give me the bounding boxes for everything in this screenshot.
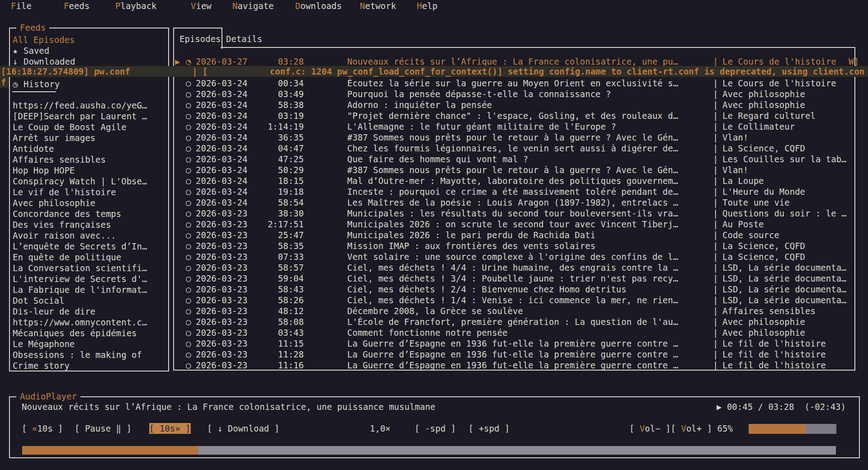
menu-navigate[interactable]: Navigate [232,0,274,11]
episode-row[interactable]: ○2026-03-2403:49Pourquoi la pensée dépas… [175,89,863,99]
episode-row[interactable]: ○2026-03-2303:43Comment fonctionne notre… [175,327,863,338]
feed-item[interactable]: Crime story [13,360,166,371]
menu-network[interactable]: Network [360,0,396,11]
feed-item[interactable]: https://www.omnycontent.c… [13,317,166,328]
feed-item[interactable]: Mécaniques des épidémies [13,328,166,338]
episode-row[interactable]: ○2026-03-2358:43Ciel, mes déchets ! 2/4 … [175,284,863,295]
episode-row[interactable]: ○2026-03-2358:57Ciel, mes déchets ! 4/4 … [175,262,863,273]
seek-bar[interactable] [22,446,836,455]
feed-item[interactable]: L’enquête de Secrets d’In… [13,241,166,252]
menu-downloads[interactable]: Downloads [295,0,342,11]
episode-row[interactable]: ○2026-03-2447:25Que faire des hommes qui… [175,154,863,164]
forward-10s-button[interactable]: [ 10s» ] [149,423,191,434]
feed-item[interactable]: Des vies françaises [13,219,166,230]
feed-item[interactable]: Affaires sensibles [13,154,166,165]
feeds-item-all-episodes[interactable]: All Episodes [13,34,166,45]
episode-row[interactable]: ○2026-03-2325:47Municipales 2026 : le pa… [175,230,863,240]
feed-item[interactable]: Concordance des temps [13,208,166,219]
feed-label: Antidote [13,144,54,154]
episode-row[interactable]: ○2026-03-2458:38Adorno : inquiéter la pe… [175,99,863,110]
episode-row[interactable]: ○2026-03-241:14:19L'Allemagne : le futur… [175,121,863,132]
column-separator: | [713,78,722,89]
episode-row[interactable]: ○2026-03-2348:12Décembre 2008, la Grèce … [175,306,863,316]
feed-item[interactable]: Conspiracy Watch | L'Obse… [13,176,166,187]
episode-date: 2026-03-23 [196,338,249,349]
podcast-name: LSD, La série documenta… [722,262,847,273]
episode-duration: 03:28 [249,56,304,67]
episode-row[interactable]: ○2026-03-2311:28La Guerre d’Espagne en 1… [175,349,863,360]
feed-item[interactable]: [DEEP]Search par Laurent … [13,111,166,122]
episode-row[interactable]: ○2026-03-2359:04Ciel, mes déchets ! 3/4 … [175,273,863,284]
tab-details[interactable]: Details [226,33,262,44]
feeds-item-history[interactable]: ◷History [13,79,166,89]
episode-row[interactable]: ○2026-03-2458:54Les Maîtres de la poésie… [175,197,863,208]
feed-item[interactable]: L'interview de Secrets d'… [13,273,166,284]
feed-item[interactable]: Avoir raison avec... [13,230,166,241]
episode-date: 2026-03-24 [196,143,249,154]
episode-row[interactable]: ○2026-03-2338:30Municipales : les résult… [175,208,863,219]
menu-feeds[interactable]: Feeds [64,0,90,11]
episode-row[interactable]: ○2026-03-2450:29#387 Sommes nous prêts p… [175,164,863,175]
episode-row[interactable]: ○2026-03-2307:33Vent solaire : une sourc… [175,251,863,262]
podcast-name: Code source [722,230,847,240]
podcast-name: La Science, CQFD [722,143,847,154]
column-separator: | [713,132,722,143]
feed-item[interactable]: Le Coup de Boost Agile [13,122,166,132]
menu-view[interactable]: View [191,0,212,11]
menu-help[interactable]: Help [417,0,438,11]
episode-title: L'École de Francfort, première génératio… [347,316,712,327]
feed-item[interactable]: Dot Social [13,295,166,306]
feeds-panel-title: Feeds [16,22,49,33]
episode-row[interactable]: ○2026-03-2419:18Inceste : pourquoi ce cr… [175,186,863,197]
played-state-icon: ○ [186,175,197,186]
episode-duration: 11:16 [249,360,304,371]
menu-playback[interactable]: Playback [115,0,157,11]
feed-item[interactable]: Dis-leur de dire [13,306,166,317]
history-clock-icon: ◷ [13,79,24,89]
player-play-icon: ▶ [717,402,722,412]
feed-item[interactable]: En quête de politique [13,252,166,263]
episode-row[interactable]: ○2026-03-2358:35Mission IMAP : aux front… [175,240,863,251]
feed-label: https://www.omnycontent.c… [13,317,147,327]
tab-episodes[interactable]: Episodes [179,33,221,44]
seek-bar-fill [22,446,198,455]
episode-row[interactable]: ○2026-03-2311:16La Guerre d’Espagne en 1… [175,360,863,371]
episode-row[interactable]: ○2026-03-2403:19"Projet dernière chance"… [175,110,863,121]
episode-date: 2026-03-24 [196,78,249,89]
feeds-item-downloaded[interactable]: ↓Downloaded [13,56,166,67]
menu-file[interactable]: File [11,0,32,11]
feed-label: Avec philosophie [13,198,95,208]
episode-row[interactable]: ○2026-03-2358:08L'École de Francfort, pr… [175,316,863,327]
pause-button[interactable]: [ Pause ‖ ] [75,423,132,434]
episode-row[interactable]: ○2026-03-2436:35#387 Sommes nous prêts p… [175,132,863,143]
episode-row[interactable]: ○2026-03-2311:15La Guerre d’Espagne en 1… [175,338,863,349]
episode-row[interactable]: ▶◔2026-03-2703:28Nouveaux récits sur l’A… [175,56,863,67]
feed-label: History [24,79,60,89]
feed-item[interactable]: https://feed.ausha.co/yeG… [13,100,166,111]
feed-item[interactable]: Hop Hop HOPE [13,165,166,176]
episode-row[interactable]: ○2026-03-2418:15Mal d’Outre-mer : Mayott… [175,175,863,186]
speed-up-button[interactable]: [ +spd ] [468,423,510,434]
episode-date: 2026-03-23 [196,273,249,284]
speed-down-button[interactable]: [ -spd ] [415,423,456,434]
episode-date: 2026-03-24 [196,132,249,143]
feed-item[interactable]: Le vif de l'histoire [13,187,166,197]
episode-row[interactable]: ○2026-03-232:17:51Municipales 2026 : on … [175,219,863,230]
feed-item[interactable]: La Fabrique de l'informat… [13,284,166,295]
download-button[interactable]: [ ↓ Download ] [207,423,279,434]
feed-item[interactable]: Antidote [13,143,166,154]
volume-bar[interactable] [749,424,836,434]
feeds-item-saved[interactable]: ★Saved [13,45,166,56]
feed-item[interactable]: Arrêt sur images [13,132,166,143]
feed-item[interactable]: Avec philosophie [13,197,166,208]
volume-buttons[interactable]: [ Vol− ][ Vol+ ] 65% [629,423,733,434]
episode-row[interactable]: ○2026-03-2400:34Écoutez la série sur la … [175,78,863,89]
episode-row[interactable]: ○2026-03-2404:47Chez les fourmis légionn… [175,143,863,154]
rewind-10s-button[interactable]: [ «10s ] [22,423,63,434]
episode-row[interactable]: ○2026-03-2358:26Ciel, mes déchets ! 1/4 … [175,295,863,306]
feed-item[interactable]: Obsessions : le making of [13,349,166,360]
played-state-icon: ○ [186,295,197,306]
feed-item[interactable]: Le Mégaphone [13,338,166,349]
feed-item[interactable]: La Conversation scientifi… [13,263,166,273]
podcast-name: Avec philosophie [722,99,847,110]
